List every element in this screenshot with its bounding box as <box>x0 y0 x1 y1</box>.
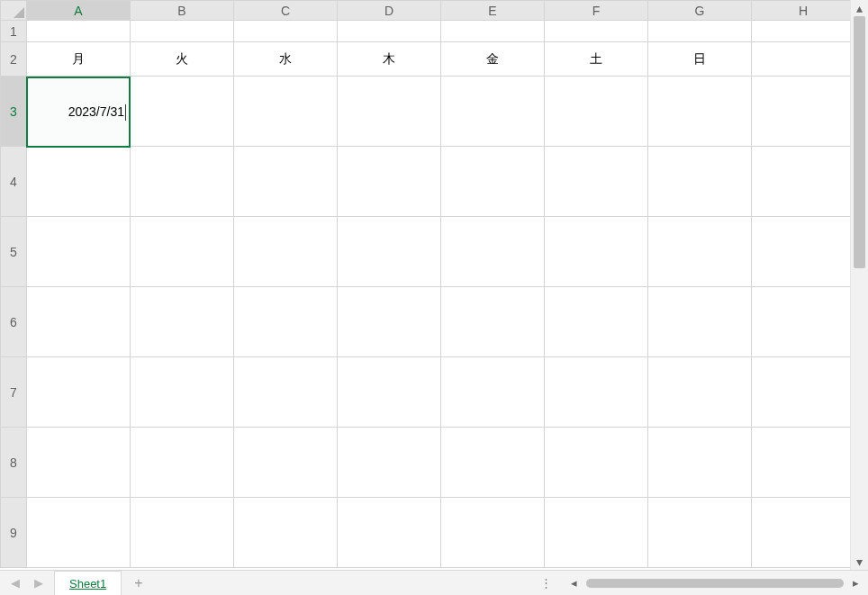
cell-F3[interactable] <box>545 77 648 147</box>
col-header-E[interactable]: E <box>441 1 545 21</box>
cell-A1[interactable] <box>27 21 131 42</box>
cell-B7[interactable] <box>131 357 234 428</box>
cell-H8[interactable] <box>752 428 851 498</box>
cell-D5[interactable] <box>338 217 441 287</box>
col-header-B[interactable]: B <box>131 1 234 21</box>
cell-A2[interactable]: 月 <box>27 42 131 77</box>
cell-H9[interactable] <box>752 498 851 568</box>
cell-E3[interactable] <box>441 77 545 147</box>
col-header-D[interactable]: D <box>338 1 441 21</box>
row-header-3[interactable]: 3 <box>1 77 27 147</box>
cell-D4[interactable] <box>338 147 441 217</box>
cell-C9[interactable] <box>234 498 338 568</box>
cell-F6[interactable] <box>545 287 648 357</box>
row-header-8[interactable]: 8 <box>1 428 27 498</box>
cell-H3[interactable] <box>752 77 851 147</box>
spreadsheet-grid[interactable]: A B C D E F G H 1 2 <box>0 0 850 570</box>
cell-C3[interactable] <box>234 77 338 147</box>
cell-B8[interactable] <box>131 428 234 498</box>
tab-options-icon[interactable]: ⋮ <box>531 576 562 590</box>
cell-E2[interactable]: 金 <box>441 42 545 77</box>
cell-C5[interactable] <box>234 217 338 287</box>
tab-nav-next-icon[interactable]: ▶ <box>34 576 43 590</box>
cell-G4[interactable] <box>648 147 752 217</box>
cell-E1[interactable] <box>441 21 545 42</box>
row-header-5[interactable]: 5 <box>1 217 27 287</box>
cell-A5[interactable] <box>27 217 131 287</box>
row-header-4[interactable]: 4 <box>1 147 27 217</box>
cell-G1[interactable] <box>648 21 752 42</box>
horizontal-scrollbar[interactable]: ◂ ▸ <box>562 571 868 595</box>
cell-G5[interactable] <box>648 217 752 287</box>
cell-E9[interactable] <box>441 498 545 568</box>
vertical-scrollbar[interactable]: ▴ ▾ <box>850 0 868 570</box>
row-header-7[interactable]: 7 <box>1 357 27 428</box>
cell-B6[interactable] <box>131 287 234 357</box>
scroll-down-icon[interactable]: ▾ <box>851 554 868 570</box>
cell-G3[interactable] <box>648 77 752 147</box>
cell-A3[interactable]: 2023/7/31 <box>27 77 131 147</box>
scroll-up-icon[interactable]: ▴ <box>851 0 868 16</box>
cell-F4[interactable] <box>545 147 648 217</box>
cell-H7[interactable] <box>752 357 851 428</box>
cell-C4[interactable] <box>234 147 338 217</box>
cell-A7[interactable] <box>27 357 131 428</box>
cell-D2[interactable]: 木 <box>338 42 441 77</box>
cell-A8[interactable] <box>27 428 131 498</box>
row-header-9[interactable]: 9 <box>1 498 27 568</box>
cell-E8[interactable] <box>441 428 545 498</box>
select-all-corner[interactable] <box>1 1 27 21</box>
cell-D1[interactable] <box>338 21 441 42</box>
scroll-right-icon[interactable]: ▸ <box>849 576 863 590</box>
cell-F7[interactable] <box>545 357 648 428</box>
cell-C6[interactable] <box>234 287 338 357</box>
sheet-tab-active[interactable]: Sheet1 <box>54 571 122 595</box>
cell-E5[interactable] <box>441 217 545 287</box>
cell-C8[interactable] <box>234 428 338 498</box>
col-header-C[interactable]: C <box>234 1 338 21</box>
cell-D7[interactable] <box>338 357 441 428</box>
cell-G9[interactable] <box>648 498 752 568</box>
cell-E4[interactable] <box>441 147 545 217</box>
horizontal-scroll-thumb[interactable] <box>586 579 844 588</box>
cell-D8[interactable] <box>338 428 441 498</box>
cell-F5[interactable] <box>545 217 648 287</box>
cell-G8[interactable] <box>648 428 752 498</box>
cell-D3[interactable] <box>338 77 441 147</box>
cell-C7[interactable] <box>234 357 338 428</box>
cell-B9[interactable] <box>131 498 234 568</box>
cell-B4[interactable] <box>131 147 234 217</box>
cell-F8[interactable] <box>545 428 648 498</box>
row-header-2[interactable]: 2 <box>1 42 27 77</box>
cell-G2[interactable]: 日 <box>648 42 752 77</box>
cell-H4[interactable] <box>752 147 851 217</box>
row-header-1[interactable]: 1 <box>1 21 27 42</box>
cell-H5[interactable] <box>752 217 851 287</box>
cell-C2[interactable]: 水 <box>234 42 338 77</box>
cell-D9[interactable] <box>338 498 441 568</box>
vertical-scroll-thumb[interactable] <box>854 16 865 268</box>
cell-A6[interactable] <box>27 287 131 357</box>
cell-G7[interactable] <box>648 357 752 428</box>
cell-H1[interactable] <box>752 21 851 42</box>
cell-B5[interactable] <box>131 217 234 287</box>
cell-C1[interactable] <box>234 21 338 42</box>
cell-F1[interactable] <box>545 21 648 42</box>
cell-H2[interactable] <box>752 42 851 77</box>
cell-B3[interactable] <box>131 77 234 147</box>
tab-nav-prev-icon[interactable]: ◀ <box>11 576 20 590</box>
cell-A4[interactable] <box>27 147 131 217</box>
col-header-G[interactable]: G <box>648 1 752 21</box>
cell-B1[interactable] <box>131 21 234 42</box>
row-header-6[interactable]: 6 <box>1 287 27 357</box>
col-header-F[interactable]: F <box>545 1 648 21</box>
new-sheet-button[interactable]: + <box>122 575 155 591</box>
cell-D6[interactable] <box>338 287 441 357</box>
cell-G6[interactable] <box>648 287 752 357</box>
col-header-H[interactable]: H <box>752 1 851 21</box>
cell-B2[interactable]: 火 <box>131 42 234 77</box>
col-header-A[interactable]: A <box>27 1 131 21</box>
cell-H6[interactable] <box>752 287 851 357</box>
cell-F2[interactable]: 土 <box>545 42 648 77</box>
cell-E7[interactable] <box>441 357 545 428</box>
